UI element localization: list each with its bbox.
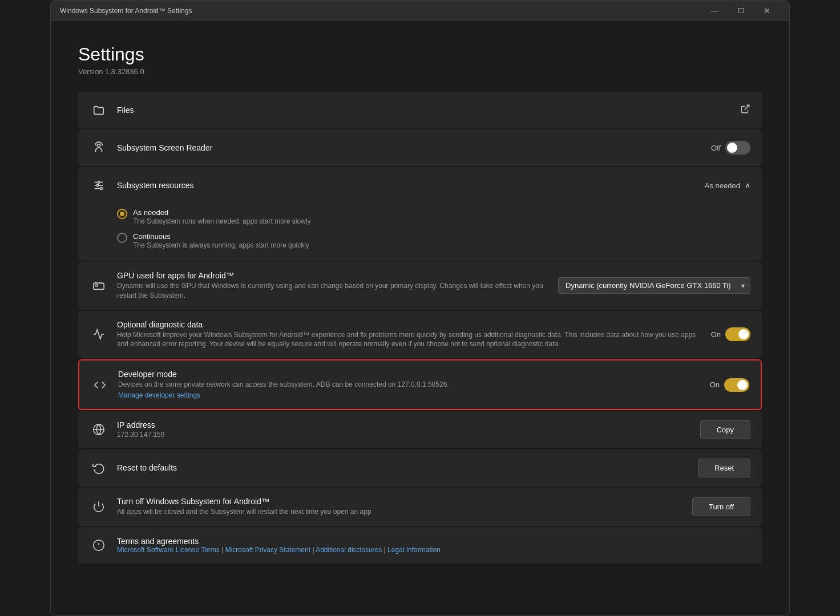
files-info: Files	[117, 106, 731, 115]
reset-defaults-label: Reset to defaults	[117, 463, 689, 472]
svg-rect-11	[94, 283, 104, 289]
files-row[interactable]: Files	[78, 92, 762, 128]
radio-continuous-desc: The Subsystem is always running, apps st…	[133, 241, 309, 249]
turn-off-row: Turn off Windows Subsystem for Android™ …	[78, 488, 762, 526]
maximize-button[interactable]: ☐	[728, 1, 754, 21]
terms-icon	[90, 536, 108, 554]
gpu-label: GPU used for apps for Android™	[117, 271, 549, 280]
diagnostic-info: Optional diagnostic data Help Microsoft …	[117, 320, 702, 350]
diagnostic-control: On	[711, 327, 750, 341]
subsystem-resources-header: Subsystem resources As needed ∧	[90, 176, 750, 194]
developer-mode-label: Developer mode	[118, 370, 701, 379]
turn-off-description: All apps will be closed and the Subsyste…	[117, 507, 683, 517]
developer-mode-info: Developer mode Devices on the same priva…	[118, 370, 701, 400]
turn-off-label: Turn off Windows Subsystem for Android™	[117, 497, 683, 506]
subsystem-resources-row: Subsystem resources As needed ∧ As neede…	[78, 167, 762, 261]
radio-as-needed-desc: The Subsystem runs when needed, apps sta…	[133, 217, 310, 225]
diagnostic-toggle-label: On	[711, 330, 721, 339]
developer-mode-description: Devices on the same private network can …	[118, 380, 701, 390]
ip-address-label: IP address	[117, 420, 691, 429]
ip-address-row: IP address 172.30.147.159 Copy	[78, 411, 762, 448]
turn-off-icon	[90, 497, 108, 516]
svg-point-10	[100, 188, 103, 190]
window-controls: — ☐ ✕	[701, 1, 780, 21]
subsystem-resources-left: Subsystem resources	[90, 176, 194, 194]
close-button[interactable]: ✕	[754, 1, 780, 21]
terms-license-link[interactable]: Microsoft Software License Terms	[117, 546, 220, 554]
screen-reader-row: Subsystem Screen Reader Off	[78, 129, 762, 166]
terms-label: Terms and agreements	[117, 537, 750, 546]
version-label: Version 1.8.32836.0	[78, 67, 762, 76]
turn-off-button[interactable]: Turn off	[692, 497, 750, 516]
screen-reader-control: Off	[711, 141, 750, 155]
diagnostic-data-row: Optional diagnostic data Help Microsoft …	[78, 311, 762, 359]
screen-reader-toggle-label: Off	[711, 144, 721, 152]
terms-privacy-link[interactable]: Microsoft Privacy Statement	[225, 546, 310, 554]
developer-mode-icon	[91, 376, 109, 394]
gpu-dropdown-wrapper: Dynamic (currently NVIDIA GeForce GTX 16…	[558, 277, 750, 294]
screen-reader-icon	[90, 139, 108, 157]
terms-links: Microsoft Software License Terms | Micro…	[117, 546, 750, 554]
main-window: Windows Subsystem for Android™ Settings …	[50, 0, 790, 616]
svg-point-7	[96, 184, 99, 187]
turn-off-info: Turn off Windows Subsystem for Android™ …	[117, 497, 683, 517]
developer-mode-toggle[interactable]	[724, 378, 749, 392]
window-title: Windows Subsystem for Android™ Settings	[60, 7, 192, 15]
radio-as-needed-text: As needed The Subsystem runs when needed…	[133, 208, 310, 225]
radio-as-needed-circle	[117, 209, 127, 219]
gpu-description: Dynamic will use the GPU that Windows is…	[117, 281, 549, 301]
radio-as-needed[interactable]: As needed The Subsystem runs when needed…	[117, 208, 750, 225]
ip-address-icon	[90, 420, 108, 439]
reset-defaults-info: Reset to defaults	[117, 463, 689, 472]
terms-info: Terms and agreements Microsoft Software …	[117, 537, 750, 554]
developer-mode-control: On	[710, 378, 749, 392]
terms-disclosures-link[interactable]: Additional disclosures	[316, 546, 382, 554]
subsystem-resources-chevron: ∧	[745, 181, 750, 190]
diagnostic-label: Optional diagnostic data	[117, 320, 702, 329]
radio-as-needed-label: As needed	[133, 208, 310, 217]
radio-continuous-label: Continuous	[133, 232, 309, 241]
reset-icon	[90, 459, 108, 477]
copy-button[interactable]: Copy	[700, 420, 750, 439]
radio-continuous-circle	[117, 233, 127, 243]
ip-address-value: 172.30.147.159	[117, 431, 691, 439]
radio-group: As needed The Subsystem runs when needed…	[90, 204, 750, 252]
screen-reader-info: Subsystem Screen Reader	[117, 143, 702, 152]
reset-defaults-control: Reset	[698, 459, 750, 477]
svg-point-4	[98, 181, 100, 184]
reset-button[interactable]: Reset	[698, 459, 750, 477]
svg-rect-12	[96, 285, 98, 286]
reset-defaults-row: Reset to defaults Reset	[78, 449, 762, 487]
settings-content: Settings Version 1.8.32836.0 Files	[51, 21, 789, 615]
svg-point-1	[97, 144, 100, 148]
developer-mode-row: Developer mode Devices on the same priva…	[78, 359, 762, 410]
radio-continuous[interactable]: Continuous The Subsystem is always runni…	[117, 232, 750, 249]
svg-line-0	[745, 105, 749, 110]
files-icon	[90, 101, 108, 119]
ip-address-info: IP address 172.30.147.159	[117, 420, 691, 439]
settings-list: Files	[78, 92, 762, 564]
screen-reader-toggle[interactable]	[725, 141, 750, 155]
subsystem-resources-current: As needed	[705, 181, 740, 190]
terms-legal-link[interactable]: Legal Information	[387, 546, 441, 554]
page-title: Settings	[78, 44, 762, 65]
subsystem-resources-label: Subsystem resources	[117, 181, 194, 190]
ip-address-control: Copy	[700, 420, 750, 439]
gpu-row: GPU used for apps for Android™ Dynamic w…	[78, 262, 762, 310]
diagnostic-toggle[interactable]	[725, 327, 750, 341]
radio-continuous-text: Continuous The Subsystem is always runni…	[133, 232, 309, 249]
turn-off-control: Turn off	[692, 497, 750, 516]
gpu-info: GPU used for apps for Android™ Dynamic w…	[117, 271, 549, 301]
gpu-icon	[90, 277, 108, 295]
subsystem-resources-icon	[90, 176, 108, 194]
terms-row: Terms and agreements Microsoft Software …	[78, 527, 762, 564]
developer-mode-toggle-label: On	[710, 380, 720, 389]
manage-developer-settings-link[interactable]: Manage developer settings	[118, 391, 200, 399]
minimize-button[interactable]: —	[701, 1, 728, 21]
diagnostic-icon	[90, 325, 108, 343]
subsystem-resources-right: As needed ∧	[705, 181, 750, 190]
gpu-dropdown[interactable]: Dynamic (currently NVIDIA GeForce GTX 16…	[558, 277, 750, 294]
files-label: Files	[117, 106, 731, 115]
screen-reader-label: Subsystem Screen Reader	[117, 143, 702, 152]
diagnostic-description: Help Microsoft improve your Windows Subs…	[117, 330, 702, 350]
